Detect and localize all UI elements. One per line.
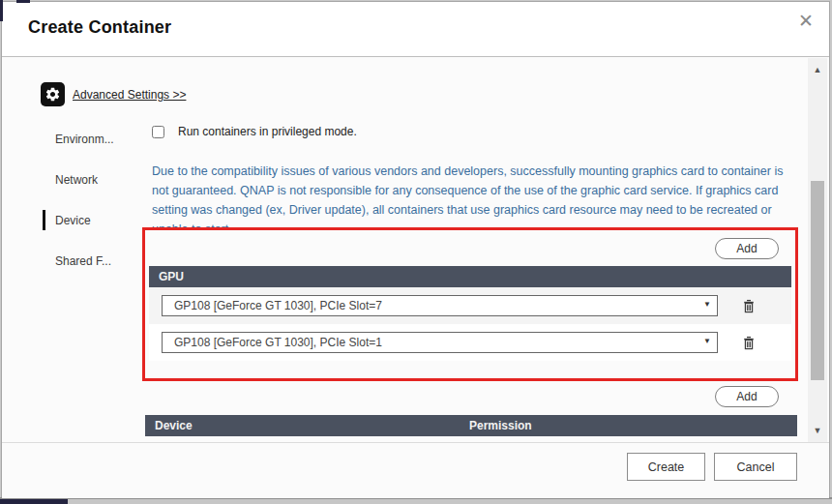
- privileged-mode-row: Run containers in privileged mode.: [152, 123, 798, 140]
- scroll-down-icon[interactable]: ▼: [808, 421, 827, 440]
- scroll-up-icon[interactable]: ▲: [808, 60, 827, 79]
- trash-icon: [741, 335, 757, 351]
- create-button[interactable]: Create: [627, 453, 705, 481]
- background-fragment: [0, 499, 68, 504]
- delete-gpu-button[interactable]: [739, 333, 758, 352]
- sidebar-item-network[interactable]: Network: [41, 166, 137, 193]
- background-fragment: [0, 0, 3, 21]
- selected-indicator: [43, 210, 45, 230]
- sidebar-item-shared-folders[interactable]: Shared F...: [41, 248, 137, 275]
- privileged-mode-label: Run containers in privileged mode.: [178, 125, 357, 138]
- gpu-table-header: GPU: [149, 266, 791, 287]
- vertical-scrollbar[interactable]: ▲ ▼: [808, 58, 827, 442]
- gpu-add-button[interactable]: Add: [715, 238, 779, 259]
- gpu-select-1[interactable]: GP108 [GeForce GT 1030], PCIe Slot=7: [162, 295, 718, 316]
- delete-gpu-button[interactable]: [739, 296, 758, 315]
- trash-icon: [741, 298, 757, 314]
- create-container-dialog: Create Container ✕ Advanced Settings >> …: [1, 1, 830, 497]
- sidebar-item-environment[interactable]: Environm...: [41, 126, 137, 153]
- dialog-header: Create Container ✕: [2, 2, 829, 57]
- sidebar-item-device[interactable]: Device: [41, 207, 137, 234]
- cancel-button[interactable]: Cancel: [714, 453, 797, 481]
- device-table-header: Device Permission: [145, 415, 797, 436]
- background-strip: [0, 497, 832, 504]
- advanced-settings-row: Advanced Settings >>: [41, 82, 186, 106]
- device-panel: Run containers in privileged mode. Due t…: [142, 123, 798, 239]
- screen: Create Container ✕ Advanced Settings >> …: [0, 0, 832, 504]
- sidebar: Environm... Network Device Shared F...: [41, 126, 137, 288]
- dialog-footer: Create Cancel: [2, 443, 829, 498]
- gpu-select-2[interactable]: GP108 [GeForce GT 1030], PCIe Slot=1: [162, 332, 718, 353]
- device-add-button[interactable]: Add: [715, 386, 779, 407]
- gear-icon: [41, 82, 65, 106]
- gpu-section-highlight: Add GPU GP108 [GeForce GT 1030], PCIe Sl…: [142, 227, 798, 381]
- permission-column-header: Permission: [469, 415, 532, 436]
- background-fragment: [16, 0, 30, 3]
- dialog-title: Create Container: [28, 17, 171, 38]
- gpu-row: GP108 [GeForce GT 1030], PCIe Slot=1 ▼: [149, 324, 791, 361]
- device-column-header: Device: [145, 415, 469, 436]
- close-icon[interactable]: ✕: [795, 11, 817, 32]
- advanced-settings-link[interactable]: Advanced Settings >>: [73, 88, 186, 102]
- privileged-mode-checkbox[interactable]: [152, 126, 164, 138]
- gpu-row: GP108 [GeForce GT 1030], PCIe Slot=7 ▼: [149, 287, 791, 324]
- scrollbar-thumb[interactable]: [811, 181, 824, 380]
